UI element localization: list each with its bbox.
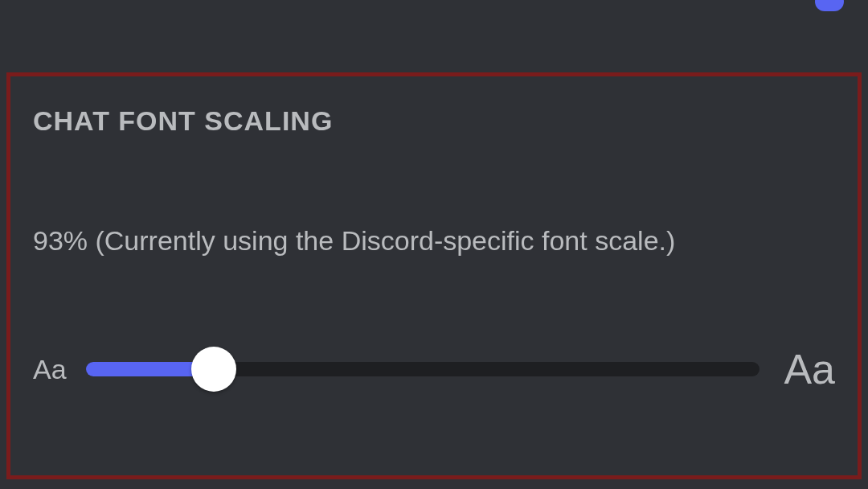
section-header: CHAT FONT SCALING (33, 105, 835, 137)
font-scale-description: 93% (Currently using the Discord-specifi… (33, 225, 835, 257)
font-size-min-label: Aa (33, 354, 67, 385)
chat-font-scaling-section: CHAT FONT SCALING 93% (Currently using t… (6, 72, 862, 479)
font-size-max-label: Aa (784, 345, 835, 393)
slider-thumb[interactable] (191, 347, 236, 392)
font-scale-slider[interactable] (86, 345, 760, 393)
toggle-switch[interactable] (815, 0, 844, 11)
font-scale-slider-row: Aa Aa (33, 345, 835, 393)
previous-setting-row (0, 0, 868, 72)
